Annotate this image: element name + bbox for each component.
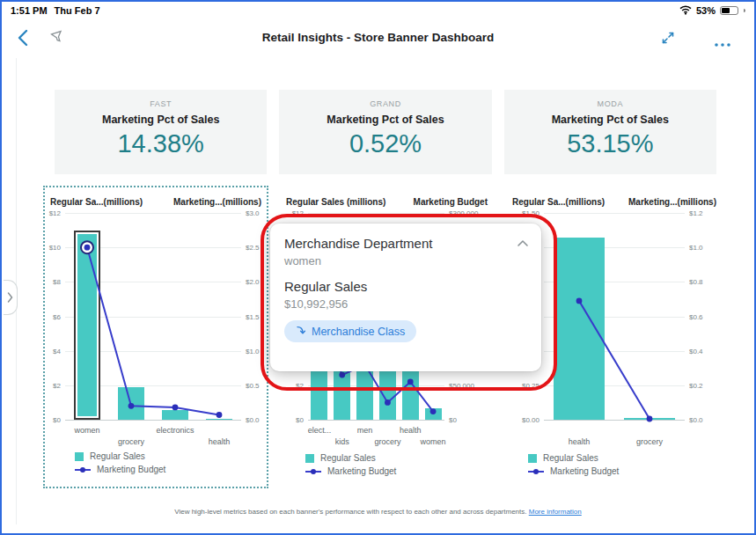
category-label: elect... (308, 426, 332, 435)
right-axis-tick: $0.8 (689, 278, 703, 286)
tooltip-category-value: women (284, 254, 527, 268)
left-axis-title: Regular Sa...(millions) (512, 197, 605, 207)
right-axis-tick: $1.5 (246, 312, 260, 320)
kpi-row: FAST Marketing Pct of Sales 14.38% GRAND… (55, 90, 716, 174)
left-axis-tick: $12 (292, 209, 304, 217)
right-axis-tick: $300,000 (449, 209, 478, 217)
right-axis-tick: $1.2 (689, 209, 703, 217)
drill-merchandise-class-button[interactable]: Merchandise Class (284, 320, 416, 342)
date-text: Thu Feb 7 (55, 5, 100, 16)
right-axis-tick: $3.0 (246, 209, 260, 217)
right-axis-tick: $1.0 (246, 347, 260, 355)
kpi-value: 14.38% (55, 129, 267, 158)
expand-icon[interactable] (661, 31, 675, 48)
kpi-label: Marketing Pct of Sales (504, 114, 716, 126)
app-frame: 1:51 PM Thu Feb 7 53% Reta (0, 0, 756, 535)
right-axis-tick: $0.5 (246, 381, 260, 389)
kpi-banner: GRAND (279, 99, 491, 108)
legend-label: Regular Sales (543, 453, 598, 463)
more-information-link[interactable]: More information (529, 508, 582, 516)
category-label: women (74, 426, 99, 435)
right-axis-tick: $0.0 (246, 416, 260, 424)
left-axis-tick: $8 (53, 278, 61, 286)
kpi-value: 0.52% (279, 129, 491, 158)
kpi-tile-moda[interactable]: MODA Marketing Pct of Sales 53.15% (504, 90, 716, 174)
left-axis-tick: $2 (53, 381, 61, 389)
right-axis-tick: $0.4 (689, 347, 703, 355)
collapse-chevron-icon[interactable] (517, 235, 529, 251)
battery-percent: 53% (696, 5, 716, 16)
clock-text: 1:51 PM (11, 5, 48, 16)
more-menu-icon[interactable] (714, 35, 731, 51)
plot-area-moda[interactable]: $1.50$1.2$1.25$1.0$1.00$0.8$0.75$0.6$0.5… (544, 213, 685, 421)
kpi-label: Marketing Pct of Sales (279, 114, 491, 126)
left-axis-tick: $0.25 (522, 381, 539, 389)
category-label: kids (335, 437, 349, 446)
legend-label: Regular Sales (90, 451, 145, 461)
right-axis-tick: $2.5 (246, 244, 260, 252)
legend: Regular Sales Marketing Budget (75, 450, 165, 476)
left-axis-tick: $12 (49, 209, 61, 217)
left-axis-tick: $0 (296, 416, 304, 424)
left-axis-tick: $6 (53, 312, 61, 320)
right-axis-title: Marketing...(millions) (173, 197, 261, 207)
tooltip-metric-value: $10,992,956 (284, 297, 527, 311)
right-axis-tick: $50,000 (449, 381, 474, 389)
marketing-budget-swatch (305, 471, 321, 473)
category-label: grocery (374, 437, 400, 446)
tooltip-metric-label: Regular Sales (284, 279, 527, 294)
category-label: men (357, 426, 373, 435)
right-axis-tick: $0.0 (689, 416, 703, 424)
regular-sales-swatch (305, 454, 314, 463)
category-label: health (569, 437, 591, 446)
right-axis-tick: $0.2 (689, 381, 703, 389)
right-axis-title: Marketing...(millions) (628, 197, 716, 207)
drill-down-icon (296, 325, 306, 338)
nav-bar: Retail Insights - Store Banner Dashboard (2, 19, 754, 58)
left-axis-title: Regular Sa...(millions) (50, 197, 143, 207)
legend-label: Regular Sales (320, 453, 376, 463)
chart-fast[interactable]: Regular Sa...(millions) Marketing...(mil… (43, 186, 268, 488)
category-label: women (421, 437, 446, 446)
plot-area-fast[interactable]: $12$3.0$10$2.5$8$2.0$6$1.5$4$1.0$2$0.5$0… (65, 213, 241, 421)
left-axis-tick: $4 (53, 347, 61, 355)
legend-label: Marketing Budget (550, 466, 619, 476)
regular-sales-swatch (75, 452, 84, 461)
category-label: grocery (118, 437, 144, 446)
footer-text: View high-level metrics based on each ba… (174, 508, 526, 516)
drawer-handle[interactable] (4, 280, 18, 315)
left-axis-tick: $0 (53, 416, 61, 424)
category-label: health (209, 437, 231, 446)
right-axis-tick: $0.6 (689, 312, 703, 320)
wifi-icon (679, 5, 692, 17)
page-title: Retail Insights - Store Banner Dashboard (2, 31, 754, 44)
regular-sales-swatch (528, 454, 537, 463)
legend-label: Marketing Budget (97, 465, 165, 474)
legend-label: Marketing Budget (327, 466, 396, 476)
footer-caption: View high-level metrics based on each ba… (2, 508, 754, 516)
kpi-tile-fast[interactable]: FAST Marketing Pct of Sales 14.38% (55, 90, 267, 174)
kpi-value: 53.15% (504, 129, 716, 158)
legend: Regular Sales Marketing Budget (305, 451, 396, 478)
marketing-budget-swatch (75, 469, 91, 471)
battery-icon (720, 6, 738, 15)
kpi-banner: FAST (55, 99, 267, 108)
left-axis-tick: $10 (49, 244, 61, 252)
marketing-budget-line[interactable] (544, 213, 685, 420)
drill-button-label: Merchandise Class (312, 326, 405, 338)
left-axis-tick: $2 (296, 381, 304, 389)
category-label: electronics (156, 426, 194, 435)
tooltip-title: Merchandise Department (284, 236, 527, 251)
marketing-budget-line[interactable] (65, 213, 241, 420)
status-bar: 1:51 PM Thu Feb 7 53% (2, 2, 754, 19)
right-axis-tick: $2.0 (246, 278, 260, 286)
right-axis-title: Marketing Budget (414, 197, 488, 207)
left-axis-title: Regular Sales (millions) (286, 197, 385, 207)
right-axis-tick: $0 (449, 416, 457, 424)
left-axis-tick: $0.00 (522, 416, 539, 424)
kpi-tile-grand[interactable]: GRAND Marketing Pct of Sales 0.52% (279, 90, 491, 174)
kpi-banner: MODA (504, 99, 716, 108)
category-label: health (400, 426, 422, 435)
right-axis-tick: $1.0 (689, 244, 703, 252)
marketing-budget-swatch (528, 471, 544, 473)
